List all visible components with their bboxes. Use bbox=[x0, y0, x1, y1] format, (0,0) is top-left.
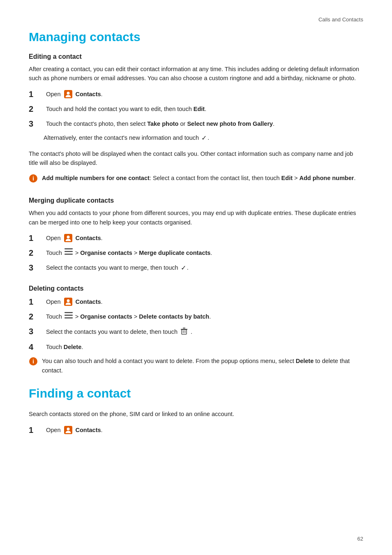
editing-intro: After creating a contact, you can edit t… bbox=[29, 65, 363, 83]
step-content: Touch > Organise contacts > Merge duplic… bbox=[46, 247, 363, 258]
info-tip-icon: i bbox=[29, 357, 39, 368]
svg-rect-16 bbox=[182, 330, 187, 334]
merging-step-3: 3 Select the contacts you want to merge,… bbox=[29, 262, 363, 273]
deleting-step-3: 3 Select the contacts you want to delete… bbox=[29, 326, 363, 338]
editing-body-after: The contact's photo will be displayed wh… bbox=[29, 149, 363, 168]
merging-section: Merging duplicate contacts When you add … bbox=[29, 197, 363, 273]
step-number: 1 bbox=[29, 425, 44, 435]
breadcrumb: Calls and Contacts bbox=[29, 16, 363, 23]
step-number: 2 bbox=[29, 104, 44, 114]
finding-contact-title: Finding a contact bbox=[29, 386, 363, 400]
step-number: 1 bbox=[29, 89, 44, 99]
deleting-step-2: 2 Touch > Organise contacts > Delete con… bbox=[29, 311, 363, 322]
contacts-label: Contacts bbox=[76, 91, 101, 97]
svg-rect-15 bbox=[183, 328, 185, 328]
svg-rect-8 bbox=[65, 254, 73, 255]
step-content: Open Contacts. bbox=[46, 89, 363, 99]
editing-steps: 1 Open Contacts. 2 To bbox=[29, 89, 363, 129]
contacts-icon bbox=[64, 426, 73, 435]
page-content: Calls and Contacts Managing contacts Edi… bbox=[0, 0, 392, 476]
deleting-tip: i You can also touch and hold a contact … bbox=[29, 356, 363, 375]
step-content: Select the contacts you want to merge, t… bbox=[46, 262, 363, 273]
svg-point-22 bbox=[67, 428, 69, 430]
step-content: Touch Delete. bbox=[46, 342, 363, 352]
deleting-step-1: 1 Open Contacts. bbox=[29, 296, 363, 307]
deleting-steps: 1 Open Contacts. 2 To bbox=[29, 296, 363, 352]
svg-point-10 bbox=[67, 299, 69, 302]
svg-rect-6 bbox=[65, 248, 73, 250]
svg-rect-13 bbox=[65, 317, 73, 319]
hamburger-menu-icon bbox=[65, 248, 73, 257]
hamburger-menu-icon bbox=[65, 312, 73, 321]
step-number: 3 bbox=[29, 262, 44, 273]
editing-section: Editing a contact After creating a conta… bbox=[29, 53, 363, 185]
step-number: 4 bbox=[29, 342, 44, 352]
svg-rect-17 bbox=[183, 331, 184, 333]
editing-step-2: 2 Touch and hold the contact you want to… bbox=[29, 104, 363, 114]
page-number: 62 bbox=[357, 536, 363, 542]
info-tip-text: You can also touch and hold a contact yo… bbox=[42, 356, 363, 375]
deleting-step-4: 4 Touch Delete. bbox=[29, 342, 363, 352]
step-number: 1 bbox=[29, 233, 44, 243]
step-content: Touch and hold the contact you want to e… bbox=[46, 104, 363, 113]
svg-rect-11 bbox=[65, 312, 73, 313]
step-number: 3 bbox=[29, 326, 44, 337]
step-number: 3 bbox=[29, 118, 44, 129]
check-icon: ✓ bbox=[181, 263, 186, 273]
deleting-subtitle: Deleting contacts bbox=[29, 285, 363, 292]
managing-contacts-title: Managing contacts bbox=[29, 30, 363, 44]
finding-intro: Search contacts stored on the phone, SIM… bbox=[29, 409, 363, 419]
step-number: 2 bbox=[29, 247, 44, 258]
step-content: Select the contacts you want to delete, … bbox=[46, 326, 363, 338]
finding-section: Finding a contact Search contacts stored… bbox=[29, 386, 363, 435]
contacts-icon bbox=[64, 90, 73, 99]
editing-tip: i Add multiple numbers for one contact: … bbox=[29, 173, 363, 185]
merging-step-2: 2 Touch > Organise contacts > Merge dupl… bbox=[29, 247, 363, 258]
step-content: Open Contacts. bbox=[46, 425, 363, 435]
check-icon: ✓ bbox=[201, 133, 207, 143]
step-content: Touch the contact's photo, then select T… bbox=[46, 118, 363, 128]
svg-rect-7 bbox=[65, 251, 73, 252]
contacts-icon bbox=[64, 234, 73, 243]
deleting-section: Deleting contacts 1 Open Contacts. bbox=[29, 285, 363, 375]
finding-step-1: 1 Open Contacts. bbox=[29, 425, 363, 435]
step-number: 2 bbox=[29, 311, 44, 322]
info-tip-icon: i bbox=[29, 174, 39, 185]
step-content: Open Contacts. bbox=[46, 233, 363, 243]
svg-text:i: i bbox=[32, 175, 34, 182]
step-number: 1 bbox=[29, 296, 44, 307]
editing-step-3: 3 Touch the contact's photo, then select… bbox=[29, 118, 363, 129]
contacts-icon bbox=[64, 297, 73, 306]
indent-note: Alternatively, enter the contact's new i… bbox=[44, 133, 363, 143]
merging-intro: When you add contacts to your phone from… bbox=[29, 208, 363, 227]
merging-subtitle: Merging duplicate contacts bbox=[29, 197, 363, 204]
step-content: Touch > Organise contacts > Delete conta… bbox=[46, 311, 363, 321]
trash-icon bbox=[180, 327, 188, 338]
editing-step-1: 1 Open Contacts. bbox=[29, 89, 363, 99]
merging-steps: 1 Open Contacts. 2 To bbox=[29, 233, 363, 273]
svg-point-1 bbox=[67, 92, 69, 95]
info-tip-text: Add multiple numbers for one contact: Se… bbox=[42, 173, 363, 183]
svg-point-5 bbox=[67, 236, 69, 238]
svg-rect-12 bbox=[65, 314, 73, 316]
svg-rect-18 bbox=[185, 331, 186, 333]
finding-steps: 1 Open Contacts. bbox=[29, 425, 363, 435]
editing-subtitle: Editing a contact bbox=[29, 53, 363, 60]
merging-step-1: 1 Open Contacts. bbox=[29, 233, 363, 243]
svg-text:i: i bbox=[32, 358, 34, 365]
step-content: Open Contacts. bbox=[46, 296, 363, 307]
